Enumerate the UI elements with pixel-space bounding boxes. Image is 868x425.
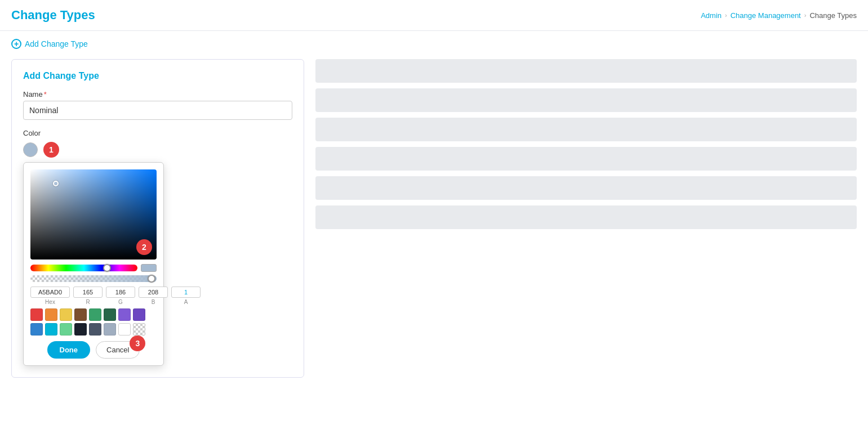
preset-purple[interactable]: [118, 308, 131, 321]
r-input-group: R: [73, 287, 103, 305]
color-swatch[interactable]: [23, 142, 38, 157]
gray-bars: [315, 59, 857, 378]
alpha-thumb: [148, 275, 155, 283]
alpha-swatch-preview: [141, 264, 157, 272]
r-label: R: [86, 299, 90, 305]
step-badge-2: 2: [136, 239, 152, 255]
preset-colors: [30, 308, 157, 335]
hue-slider-container: [30, 264, 157, 272]
alpha-slider[interactable]: [30, 275, 157, 282]
gray-bar-2: [315, 88, 857, 112]
preset-dark-green[interactable]: [104, 308, 116, 321]
b-input[interactable]: [139, 287, 168, 298]
breadcrumb-sep-1: ›: [725, 12, 727, 19]
preset-dark-gray[interactable]: [89, 323, 101, 335]
preset-gray[interactable]: [104, 323, 116, 335]
required-star: *: [44, 90, 47, 99]
preset-transparent[interactable]: [133, 323, 145, 335]
rgba-inputs: Hex R G B A: [30, 287, 157, 305]
hue-slider[interactable]: [30, 265, 137, 271]
add-change-type-label: Add Change Type: [25, 39, 88, 48]
breadcrumb: Admin › Change Management › Change Types: [701, 11, 857, 20]
preset-dark-purple[interactable]: [133, 308, 145, 321]
a-input-group: A: [171, 287, 201, 305]
header: Change Types Admin › Change Management ›…: [0, 0, 868, 31]
color-section: Color 1: [23, 129, 292, 158]
name-input[interactable]: [23, 101, 292, 120]
preset-light-green[interactable]: [60, 323, 72, 335]
picker-buttons: Done Cancel 3: [30, 341, 157, 359]
color-swatch-row: 1: [23, 142, 292, 158]
a-input[interactable]: [171, 287, 201, 298]
gray-bar-4: [315, 147, 857, 171]
preset-green[interactable]: [89, 308, 101, 321]
color-picker-popup: 2 Hex: [23, 162, 164, 366]
hue-thumb: [103, 264, 111, 272]
g-label: G: [118, 299, 123, 305]
step-badge-3: 3: [130, 335, 145, 351]
hex-input-group: Hex: [30, 287, 70, 305]
plus-circle-icon: +: [11, 39, 21, 49]
preset-black[interactable]: [74, 323, 87, 335]
a-label: A: [184, 299, 188, 305]
preset-red[interactable]: [30, 308, 43, 321]
name-label: Name*: [23, 90, 292, 99]
breadcrumb-admin[interactable]: Admin: [701, 11, 722, 20]
step-badge-1: 1: [43, 142, 59, 158]
breadcrumb-change-management[interactable]: Change Management: [731, 11, 801, 20]
preset-cyan[interactable]: [45, 323, 57, 335]
breadcrumb-change-types: Change Types: [809, 11, 857, 20]
color-label: Color: [23, 129, 292, 137]
add-change-type-link[interactable]: + Add Change Type: [11, 39, 857, 49]
done-button[interactable]: Done: [47, 341, 91, 359]
gray-bar-5: [315, 176, 857, 200]
hex-label: Hex: [45, 299, 55, 305]
form-title: Add Change Type: [23, 71, 292, 81]
gray-bar-6: [315, 205, 857, 229]
r-input[interactable]: [73, 287, 103, 298]
page-title: Change Types: [11, 8, 95, 23]
subheader: + Add Change Type: [0, 31, 868, 53]
gradient-handle[interactable]: [53, 181, 59, 186]
breadcrumb-sep-2: ›: [804, 12, 807, 19]
alpha-slider-container: [30, 275, 157, 282]
preset-brown[interactable]: [74, 308, 87, 321]
b-input-group: B: [139, 287, 168, 305]
preset-blue[interactable]: [30, 323, 43, 335]
hex-input[interactable]: [30, 287, 70, 298]
g-input[interactable]: [106, 287, 135, 298]
main-content: Add Change Type Name* Color 1 2: [0, 53, 868, 383]
b-label: B: [152, 299, 155, 305]
preset-orange[interactable]: [45, 308, 57, 321]
gradient-canvas[interactable]: 2: [30, 169, 157, 260]
g-input-group: G: [106, 287, 135, 305]
preset-white[interactable]: [118, 323, 131, 335]
form-panel: Add Change Type Name* Color 1 2: [11, 59, 304, 378]
preset-yellow[interactable]: [60, 308, 72, 321]
gray-bar-3: [315, 118, 857, 141]
gray-bar-1: [315, 59, 857, 83]
